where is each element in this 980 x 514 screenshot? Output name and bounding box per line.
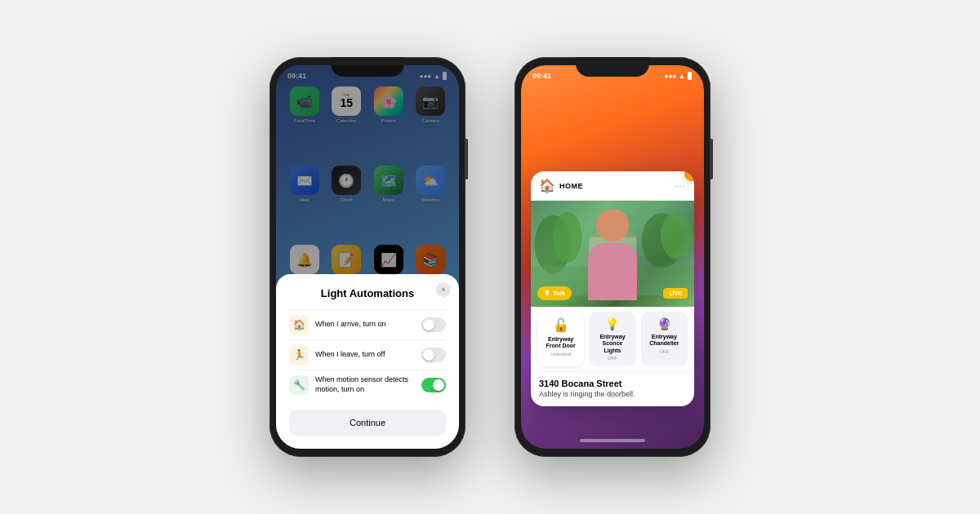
sconce-lights-tile[interactable]: 💡 EntrywaySconce Lights OFF bbox=[589, 312, 635, 366]
microphone-icon: 🎙 bbox=[544, 290, 550, 297]
ios-home-screen: 09:41 ●●● ▲ ▊ 📹 FaceTime T bbox=[276, 65, 459, 449]
arrive-toggle[interactable] bbox=[421, 317, 446, 332]
talk-button[interactable]: 🎙 Talk bbox=[537, 286, 572, 300]
phone-2: 09:41 ●●● ▲ ▊ × 🏠 HOME ··· bbox=[514, 57, 710, 457]
home-wifi-icon: ▲ bbox=[679, 73, 685, 80]
home-header-icon: 🏠 bbox=[539, 178, 555, 193]
sconce-status: OFF bbox=[608, 356, 617, 361]
motion-icon: 🔧 bbox=[289, 375, 309, 395]
accessory-tiles: 🔓 EntrywayFront Door Unlocked 💡 Entryway… bbox=[531, 307, 694, 371]
sconce-name: EntrywaySconce Lights bbox=[593, 334, 631, 354]
doorbell-info: 3140 Bocana Street Ashley is ringing the… bbox=[531, 371, 694, 406]
doorbell-message: Ashley is ringing the doorbell. bbox=[539, 390, 686, 398]
light-automations-modal: × Light Automations 🏠 When I arrive, tur… bbox=[276, 274, 459, 449]
modal-overlay: × Light Automations 🏠 When I arrive, tur… bbox=[276, 65, 459, 449]
front-door-name: EntrywayFront Door bbox=[546, 336, 576, 350]
phone-1: 09:41 ●●● ▲ ▊ 📹 FaceTime T bbox=[270, 57, 466, 457]
front-door-tile[interactable]: 🔓 EntrywayFront Door Unlocked bbox=[537, 312, 584, 366]
automation-row-arrive: 🏠 When I arrive, turn on bbox=[289, 309, 446, 339]
leave-icon: 🏃 bbox=[289, 345, 309, 365]
live-badge: LIVE bbox=[663, 288, 688, 299]
home-indicator bbox=[580, 439, 645, 442]
doorbell-camera-view: 🎙 Talk LIVE bbox=[531, 201, 694, 307]
home-battery-icon: ▊ bbox=[688, 73, 693, 80]
chandelier-icon: 🔮 bbox=[657, 317, 671, 330]
svg-point-2 bbox=[553, 211, 582, 262]
home-app-header: 🏠 HOME ··· bbox=[531, 171, 694, 201]
person-head bbox=[596, 209, 629, 241]
automation-leave-text: When I leave, turn off bbox=[315, 350, 415, 360]
phone-2-screen: 09:41 ●●● ▲ ▊ × 🏠 HOME ··· bbox=[521, 65, 704, 449]
front-door-status: Unlocked bbox=[550, 352, 571, 357]
home-app-screen: 09:41 ●●● ▲ ▊ × 🏠 HOME ··· bbox=[521, 65, 704, 449]
camera-badges: 🎙 Talk LIVE bbox=[537, 286, 688, 300]
continue-button[interactable]: Continue bbox=[289, 410, 446, 436]
home-header-title: HOME bbox=[559, 182, 583, 190]
leave-toggle[interactable] bbox=[421, 348, 446, 362]
phone-1-screen: 09:41 ●●● ▲ ▊ 📹 FaceTime T bbox=[276, 65, 459, 449]
automation-row-leave: 🏃 When I leave, turn off bbox=[289, 339, 446, 370]
motion-toggle[interactable] bbox=[421, 378, 446, 392]
talk-label: Talk bbox=[553, 290, 565, 297]
doorbell-address: 3140 Bocana Street bbox=[539, 379, 686, 388]
sconce-icon: 💡 bbox=[605, 317, 619, 330]
svg-point-4 bbox=[661, 212, 693, 259]
home-header-left: 🏠 HOME bbox=[539, 178, 583, 193]
chandelier-status: OFF bbox=[659, 349, 669, 354]
chandelier-name: EntrywayChandelier bbox=[649, 334, 679, 348]
modal-close-button[interactable]: × bbox=[436, 282, 451, 297]
unlock-icon: 🔓 bbox=[553, 317, 569, 333]
home-more-button[interactable]: ··· bbox=[675, 180, 686, 192]
automation-motion-text: When motion sensor detects motion, turn … bbox=[315, 375, 415, 394]
modal-title: Light Automations bbox=[289, 287, 446, 299]
automation-row-motion: 🔧 When motion sensor detects motion, tur… bbox=[289, 370, 446, 400]
chandelier-tile[interactable]: 🔮 EntrywayChandelier OFF bbox=[641, 312, 688, 366]
home-signal-icon: ●●● bbox=[665, 73, 677, 80]
home-status-bar: 09:41 ●●● ▲ ▊ bbox=[521, 65, 704, 82]
doorbell-notification-card: × 🏠 HOME ··· bbox=[531, 171, 694, 406]
automation-arrive-text: When I arrive, turn on bbox=[315, 320, 415, 330]
arrive-icon: 🏠 bbox=[289, 315, 309, 335]
home-time: 09:41 bbox=[532, 72, 551, 80]
